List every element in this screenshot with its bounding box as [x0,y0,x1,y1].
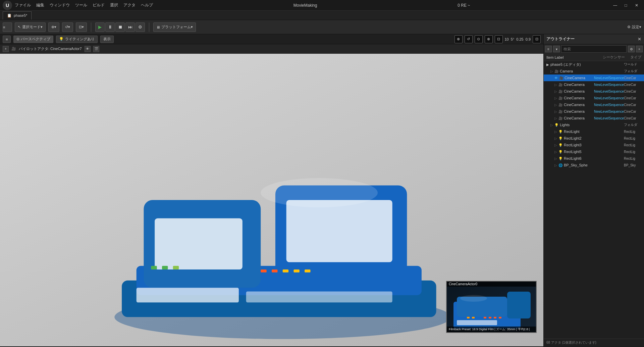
tree-item-label: CineCamera [564,89,594,93]
tree-item[interactable]: ▷💡RectLight3RectLig [544,142,644,148]
viewport-container: ≡ ⊙ パースペクティブ 💡 ライティングあり 表示 ⊕ ↺ ⊙ ⊕ ⊡ 10 … [0,34,543,346]
title-bar: U ファイル 編集 ウィンドウ ツール ビルド 選択 アクタ ヘルプ Movie… [0,0,644,11]
svg-rect-24 [472,317,475,318]
tree-item[interactable]: 👁🎥CineCameraNewLevelSequenceCineCar [544,75,644,81]
tree-expand-icon: ▷ [554,103,557,107]
tree-expand-icon: ▷ [554,110,557,113]
tree-expand-icon: ▷ [554,163,557,167]
outliner-close-btn[interactable]: ✕ [638,37,641,42]
tree-item-icon: 🎥 [559,76,563,80]
tree-item[interactable]: ▷💡RectLight5RectLig [544,148,644,155]
play-button[interactable]: ▶ [95,22,105,32]
display-btn[interactable]: 表示 [100,36,114,43]
forward-button[interactable]: ⏭ [125,22,135,32]
tree-item-label: RectLight3 [564,143,624,147]
outliner-title: アウトライナー [546,36,575,42]
perspective-btn[interactable]: ⊙ パースペクティブ [13,36,53,43]
select-mode-btn[interactable]: ↖ 選択モード▾ [15,22,46,32]
tree-item[interactable]: ▶phase5 (エディタ)ワールド [544,61,644,68]
tree-item-label: Camera [560,69,624,73]
outliner-search-input[interactable] [561,45,627,53]
tree-item-type: CineCar [624,76,644,80]
scale-btn[interactable]: ⊡▾ [76,22,87,32]
menu-help[interactable]: ヘルプ [141,2,153,8]
tree-item[interactable]: ▷🎥Cameraフォルダ [544,68,644,75]
pilot-add-btn[interactable]: + [3,46,9,52]
close-button[interactable]: ✕ [632,2,641,9]
vp-translate-btn[interactable]: ⊕ [454,35,463,43]
outliner-add-btn[interactable]: + [636,46,643,52]
platform-btn[interactable]: 🖥 プラットフォーム▾ [153,22,196,32]
vp-scale-btn[interactable]: ⊙ [475,35,483,43]
tree-item-icon: 💡 [558,130,562,134]
tree-item[interactable]: ▷🎥CineCameraNewLevelSequenceCineCar [544,88,644,95]
outliner-filter2-btn[interactable]: ▾ [553,46,560,52]
tree-item[interactable]: ▷🎥CineCameraNewLevelSequenceCineCar [544,108,644,115]
transform-btn[interactable]: ⊕▾ [48,22,59,32]
menu-tools[interactable]: ツール [75,2,87,8]
outliner-settings-btn[interactable]: ⚙ [628,46,635,52]
tree-item-icon: 🎥 [558,116,562,120]
svg-rect-6 [155,218,243,270]
tree-item[interactable]: ▷💡Lightsフォルダ [544,121,644,128]
vp-grid-btn[interactable]: ⊡ [495,35,503,43]
viewport[interactable]: CineCameraActor0 [0,54,543,346]
menu-actor[interactable]: アクタ [123,2,136,8]
tree-item-seq: NewLevelSequence [594,76,624,80]
tree-item[interactable]: ▷💡RectLight6RectLig [544,155,644,162]
tree-item[interactable]: ▷🎥CineCameraNewLevelSequenceCineCar [544,101,644,108]
menu-build[interactable]: ビルド [93,2,105,8]
vp-rotate-btn[interactable]: ↺ [465,35,473,43]
stop-button[interactable]: ⏹ [115,22,125,32]
tree-item-type: フォルダ [624,69,644,73]
toolbar-menu-btn[interactable]: ≡ [3,22,12,32]
tree-item-icon: 💡 [558,157,562,160]
pilot-view-btn[interactable]: 👁 [85,46,91,52]
tree-item[interactable]: ▷🎥CineCameraNewLevelSequenceCineCar [544,95,644,101]
window-controls: — □ ✕ [610,2,641,9]
tree-expand-icon: ▷ [554,90,557,93]
svg-rect-8 [151,266,157,269]
rotate-btn[interactable]: ↺▾ [62,22,73,32]
tree-item[interactable]: ▷🌐BP_Sky_SpheBP_Sky [544,162,644,168]
menu-window[interactable]: ウィンドウ [50,2,70,8]
actor-count: 68 アクタ (1個選択されています) [544,339,644,346]
svg-rect-29 [457,320,497,325]
menu-select[interactable]: 選択 [110,2,118,8]
lighting-btn[interactable]: 💡 ライティングあり [56,36,98,43]
tree-item-label: RectLight6 [564,156,624,160]
pause-button[interactable]: ⏸ [105,22,115,32]
window-title: MovieMaking [293,3,317,8]
eye-icon[interactable]: 👁 [554,76,558,80]
svg-rect-26 [489,317,491,318]
settings-play-btn[interactable]: ⚙ [136,22,145,32]
menu-bar: ファイル 編集 ウィンドウ ツール ビルド 選択 アクタ ヘルプ [15,2,153,8]
tree-item-icon: 🎥 [558,110,562,113]
tree-item-label: CineCamera [564,116,594,120]
maximize-button[interactable]: □ [621,2,631,9]
vp-cam-btn[interactable]: ⊡ [533,35,541,43]
tab-bar: 📋 phase5* [0,11,644,20]
vp-snap-btn[interactable]: ⊕ [485,35,493,43]
outliner-filter-btn[interactable]: ≡ [545,46,552,52]
tree-item-icon: 🎥 [558,83,562,87]
menu-edit[interactable]: 編集 [36,2,44,8]
tree-item[interactable]: ▷💡RectLight2RectLig [544,135,644,142]
minimize-button[interactable]: — [610,2,620,9]
col-label: Item Label [546,55,564,59]
pilot-film-btn[interactable]: 🎬 [93,46,99,52]
svg-rect-11 [261,269,266,272]
active-tab[interactable]: 📋 phase5* [3,11,32,19]
settings-button[interactable]: ⚙ 設定▾ [627,24,641,30]
tree-item-type: ワールド [624,62,644,67]
tree-expand-icon: ▷ [554,143,557,147]
tree-item-type: CineCar [624,116,644,120]
tree-item[interactable]: ▷💡RectLightRectLig [544,128,644,135]
tree-item[interactable]: ▷🎥CineCameraNewLevelSequenceCineCar [544,115,644,121]
tree-item-label: Lights [560,123,624,127]
vp-menu-btn[interactable]: ≡ [3,36,11,43]
tree-item-label: RectLight5 [564,150,624,154]
tree-item[interactable]: ▷🎥CineCameraNewLevelSequenceCineCar [544,81,644,88]
menu-file[interactable]: ファイル [15,2,31,8]
tree-item-type: RectLig [624,130,644,134]
